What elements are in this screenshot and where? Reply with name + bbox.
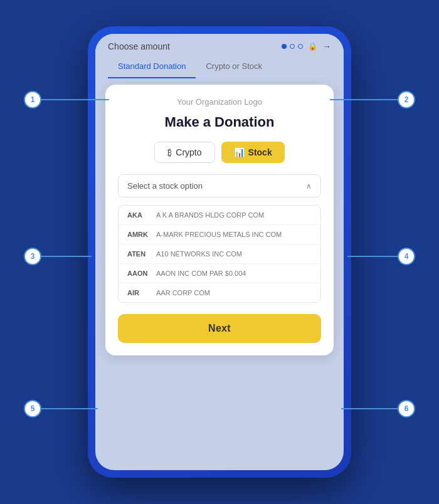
main-card-area: Your Organization Logo Make a Donation ₿… — [95, 78, 344, 470]
stock-list: AKA A K A BRANDS HLDG CORP COM AMRK A-MA… — [118, 205, 321, 303]
stock-row-aten[interactable]: ATEN A10 NETWORKS INC COM — [119, 244, 320, 264]
annotation-2: 2 — [398, 91, 415, 108]
annotation-1: 1 — [24, 91, 41, 108]
org-logo: Your Organization Logo — [118, 97, 321, 107]
dot-3 — [298, 44, 303, 49]
chart-icon: 📊 — [234, 147, 245, 157]
next-button[interactable]: Next — [118, 314, 321, 343]
device-frame: Choose amount 🔒 → Standard Donation — [88, 26, 351, 478]
progress-dots — [282, 44, 303, 49]
stock-row-aaon[interactable]: AAON AAON INC COM PAR $0.004 — [119, 264, 320, 283]
top-bar-right: 🔒 → — [282, 41, 331, 51]
tabs-bar: Standard Donation Crypto or Stock — [95, 56, 344, 78]
annotation-4: 4 — [398, 248, 415, 265]
dot-1 — [282, 44, 287, 49]
toggle-buttons: ₿ Crypto 📊 Stock — [118, 142, 321, 163]
annotation-5: 5 — [24, 400, 41, 417]
bitcoin-icon: ₿ — [167, 147, 172, 157]
tab-crypto-or-stock[interactable]: Crypto or Stock — [196, 56, 272, 78]
device-screen: Choose amount 🔒 → Standard Donation — [95, 34, 344, 470]
stock-row-aka[interactable]: AKA A K A BRANDS HLDG CORP COM — [119, 206, 320, 225]
annotation-3: 3 — [24, 248, 41, 265]
stock-select-dropdown[interactable]: Select a stock option ∧ — [118, 174, 321, 197]
dot-2 — [290, 44, 295, 49]
crypto-button[interactable]: ₿ Crypto — [154, 142, 214, 163]
donation-title: Make a Donation — [118, 114, 321, 130]
top-bar: Choose amount 🔒 → — [95, 34, 344, 56]
lock-icon: 🔒 — [308, 42, 317, 51]
donation-card: Your Organization Logo Make a Donation ₿… — [105, 85, 334, 355]
annotation-6: 6 — [398, 400, 415, 417]
tab-standard-donation[interactable]: Standard Donation — [108, 56, 196, 78]
choose-amount-title: Choose amount — [108, 41, 170, 51]
chevron-up-icon: ∧ — [306, 182, 312, 191]
forward-arrow-icon[interactable]: → — [322, 41, 331, 51]
stock-row-air[interactable]: AIR AAR CORP COM — [119, 283, 320, 302]
stock-button[interactable]: 📊 Stock — [221, 142, 285, 163]
stock-row-amrk[interactable]: AMRK A-MARK PRECIOUS METALS INC COM — [119, 225, 320, 244]
